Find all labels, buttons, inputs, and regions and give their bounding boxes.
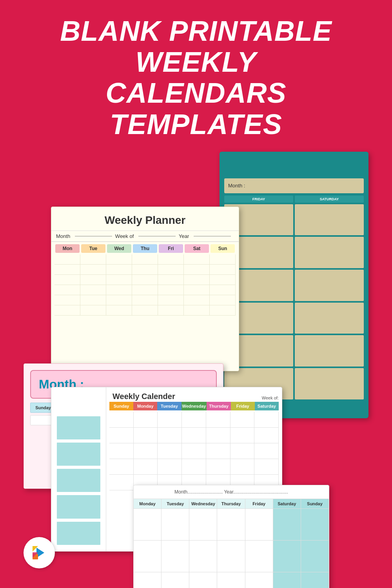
big-cell	[134, 572, 162, 588]
logo-svg	[29, 543, 49, 563]
planner-cell	[132, 254, 158, 264]
big-cell	[189, 509, 217, 540]
planner-cell	[210, 285, 236, 295]
planner-cell	[210, 265, 236, 274]
teal-cell	[295, 204, 364, 236]
planner-cell	[158, 305, 184, 315]
weekly-grid-cell	[109, 459, 134, 474]
big-cell	[301, 541, 329, 572]
card-weekly-planner: Weekly Planner Month Week of Year Mon Tu…	[51, 207, 239, 371]
weekly-days-header: Sunday Monday Tuesday Wednesday Thursday…	[109, 402, 279, 410]
big-cell	[273, 541, 301, 572]
planner-cell	[132, 305, 158, 315]
weekly-day-sat: Saturday	[255, 402, 279, 410]
weekly-grid-cell	[182, 412, 206, 427]
weekly-grid-cell	[206, 459, 230, 474]
weekly-grid-cell	[182, 459, 206, 474]
planner-cell	[184, 295, 210, 305]
weekly-left-panel	[51, 387, 106, 551]
weekly-day-thu: Thursday	[207, 402, 230, 410]
weekly-left-cell	[56, 468, 101, 493]
teal-cols: FRIDAY SATURDAY	[224, 196, 364, 399]
weekly-calender-title: Weekly Calender	[113, 392, 175, 401]
planner-cell	[184, 265, 210, 274]
planner-row	[54, 254, 236, 265]
weekly-grid-cell	[230, 443, 255, 459]
planner-cell	[54, 285, 80, 295]
big-day-wed: Wednesday	[189, 499, 217, 508]
planner-title: Weekly Planner	[51, 207, 239, 231]
planner-cell	[106, 254, 132, 264]
planner-cell	[132, 295, 158, 305]
planner-cell	[106, 295, 132, 305]
cards-area: Month : FRIDAY SATURDAY	[0, 152, 392, 588]
weekly-grid-cell	[158, 428, 182, 443]
big-cell	[273, 509, 301, 540]
planner-day-tue: Tue	[81, 244, 105, 253]
big-cell	[134, 509, 162, 540]
weekly-day-sun: Sunday	[109, 402, 133, 410]
weekly-grid-cell	[109, 428, 134, 443]
big-days-header: Monday Tuesday Wednesday Thursday Friday…	[134, 499, 329, 509]
planner-day-sat: Sat	[185, 244, 209, 253]
weekly-grid-cell	[109, 412, 134, 427]
big-day-tue: Tuesday	[162, 499, 189, 508]
weekly-grid-cell	[109, 443, 134, 459]
planner-cell	[80, 305, 106, 315]
planner-cell	[210, 254, 236, 264]
planner-cell	[132, 265, 158, 274]
big-row	[134, 541, 329, 572]
big-cell	[189, 541, 217, 572]
planner-month-line	[75, 236, 112, 236]
planner-cell	[80, 295, 106, 305]
planner-cell	[106, 275, 132, 285]
teal-cell	[295, 237, 364, 268]
big-day-fri: Friday	[245, 499, 273, 508]
planner-cell	[132, 285, 158, 295]
planner-days-header: Mon Tue Wed Thu Fri Sat Sun	[54, 244, 236, 253]
planner-cell	[158, 285, 184, 295]
big-cell	[245, 541, 273, 572]
weekly-grid-row	[109, 459, 279, 475]
planner-row	[54, 305, 236, 316]
planner-row	[54, 285, 236, 295]
planner-cell	[54, 305, 80, 315]
planner-row	[54, 275, 236, 285]
card-big-monthly: Month........................... Year...…	[133, 485, 329, 588]
teal-cell	[295, 335, 364, 367]
big-day-sun: Sunday	[301, 499, 329, 508]
weekly-grid-cell	[109, 475, 134, 490]
weekly-grid-cell	[134, 412, 158, 427]
big-cell	[217, 509, 245, 540]
planner-cell	[132, 275, 158, 285]
big-day-thu: Thursday	[217, 499, 245, 508]
planner-month-label: Month	[56, 233, 70, 239]
planner-cell	[80, 254, 106, 264]
big-cell	[217, 572, 245, 588]
weekly-grid-cell	[206, 443, 230, 459]
weekly-grid-cell	[182, 428, 206, 443]
weekly-grid	[109, 412, 279, 490]
teal-cell	[295, 368, 364, 399]
big-meta: Month........................... Year...…	[134, 485, 329, 499]
planner-cell	[106, 285, 132, 295]
teal-month-row: Month :	[224, 178, 364, 193]
card-teal: Month : FRIDAY SATURDAY	[220, 152, 368, 418]
planner-cell	[54, 265, 80, 274]
planner-cell	[210, 275, 236, 285]
weekly-grid-cell	[206, 428, 230, 443]
teal-friday-header: FRIDAY	[224, 196, 293, 203]
big-cell	[245, 572, 273, 588]
title-line2: CALENDARS TEMPLATES	[105, 77, 286, 140]
logo	[24, 537, 55, 568]
big-cell	[273, 572, 301, 588]
planner-row	[54, 295, 236, 305]
planner-year-line	[194, 236, 231, 236]
teal-col-saturday: SATURDAY	[295, 196, 364, 399]
weekly-grid-cell	[134, 428, 158, 443]
weekly-grid-cell	[230, 428, 255, 443]
weekly-grid-cell	[182, 443, 206, 459]
weekly-grid-cell	[254, 428, 279, 443]
planner-cell	[54, 295, 80, 305]
weekly-grid-cell	[254, 443, 279, 459]
